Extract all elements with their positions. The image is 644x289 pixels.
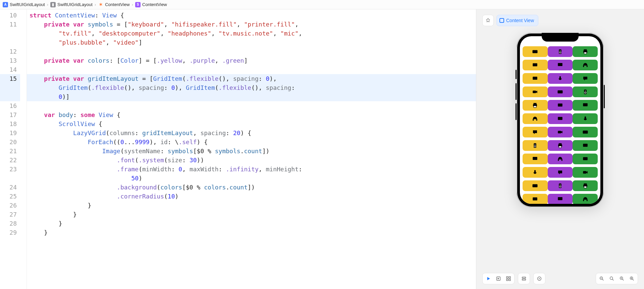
breadcrumb-group[interactable]: ▮ SwiftUIGridLayout <box>50 2 93 7</box>
line-number[interactable]: 26 <box>0 201 20 210</box>
zoom-out-button[interactable] <box>599 276 605 282</box>
line-number[interactable] <box>0 38 20 47</box>
line-number[interactable]: 21 <box>0 147 20 156</box>
code-line[interactable]: .cornerRadius(10) <box>27 192 476 201</box>
source-editor[interactable]: 1011 12131415 1617181920212223 242526272… <box>0 9 476 289</box>
grid-cell[interactable] <box>523 60 548 70</box>
code-line[interactable]: } <box>27 210 476 219</box>
variants-button[interactable] <box>505 276 512 282</box>
grid-cell[interactable] <box>523 73 548 84</box>
live-preview-button[interactable] <box>485 276 491 282</box>
line-number[interactable] <box>0 174 20 183</box>
grid-cell[interactable] <box>573 113 598 124</box>
pin-preview-button[interactable] <box>482 15 494 26</box>
code-line[interactable]: GridItem(.flexible(), spacing: 0), GridI… <box>27 83 476 92</box>
grid-cell[interactable] <box>523 127 548 137</box>
code-line[interactable]: } <box>27 228 476 237</box>
grid-cell[interactable] <box>573 60 598 70</box>
code-line[interactable] <box>27 47 476 56</box>
line-number[interactable]: 11 <box>0 20 20 29</box>
zoom-in-button[interactable] <box>629 276 635 282</box>
preview-scrollview[interactable] <box>520 46 600 204</box>
grid-cell[interactable] <box>523 154 548 164</box>
grid-cell[interactable] <box>573 46 598 57</box>
breadcrumb-symbol[interactable]: S ContentView <box>135 2 167 7</box>
line-number[interactable]: 24 <box>0 183 20 192</box>
grid-cell[interactable] <box>523 113 548 124</box>
code-line[interactable]: } <box>27 219 476 228</box>
preview-options-button[interactable] <box>536 276 542 282</box>
grid-cell[interactable] <box>548 127 573 137</box>
code-line[interactable]: } <box>27 201 476 210</box>
code-line[interactable]: 50) <box>27 174 476 183</box>
grid-cell[interactable] <box>573 140 598 151</box>
code-line[interactable] <box>27 65 476 74</box>
grid-cell[interactable] <box>573 127 598 137</box>
code-line[interactable]: private var colors: [Color] = [.yellow, … <box>27 56 476 65</box>
code-line[interactable]: .frame(minWidth: 0, maxWidth: .infinity,… <box>27 165 476 174</box>
breadcrumb-file[interactable]: ✶ ContentView <box>98 2 129 7</box>
grid-cell[interactable] <box>548 140 573 151</box>
grid-cell[interactable] <box>548 194 573 204</box>
grid-cell[interactable] <box>548 180 573 191</box>
grid-cell[interactable] <box>548 60 573 70</box>
line-number[interactable]: 12 <box>0 47 20 56</box>
line-number[interactable]: 10 <box>0 11 20 20</box>
grid-cell[interactable] <box>573 73 598 84</box>
code-line[interactable]: "tv.fill", "desktopcomputer", "headphone… <box>27 29 476 38</box>
grid-cell[interactable] <box>573 180 598 191</box>
line-number[interactable]: 20 <box>0 137 20 147</box>
grid-cell[interactable] <box>523 167 548 178</box>
grid-cell[interactable] <box>523 180 548 191</box>
line-number[interactable]: 25 <box>0 192 20 201</box>
code-line[interactable]: ForEach((0...9999), id: \.self) { <box>27 137 476 147</box>
grid-cell[interactable] <box>548 154 573 164</box>
line-number[interactable]: 13 <box>0 56 20 65</box>
grid-cell[interactable] <box>548 73 573 84</box>
grid-cell[interactable] <box>573 154 598 164</box>
line-number[interactable]: 28 <box>0 219 20 228</box>
code-line[interactable]: LazyVGrid(columns: gridItemLayout, spaci… <box>27 128 476 137</box>
line-number[interactable]: 19 <box>0 128 20 137</box>
code-line[interactable]: .font(.system(size: 30)) <box>27 156 476 165</box>
line-number[interactable] <box>0 92 20 101</box>
preview-selector-button[interactable]: Content View <box>496 15 538 26</box>
fold-ribbon[interactable] <box>20 9 27 289</box>
device-screen[interactable] <box>520 36 600 204</box>
grid-cell[interactable] <box>523 140 548 151</box>
code-line[interactable]: .background(colors[$0 % colors.count]) <box>27 183 476 192</box>
code-line[interactable]: struct ContentView: View { <box>27 11 476 20</box>
line-number[interactable]: 18 <box>0 119 20 128</box>
grid-cell[interactable] <box>523 100 548 111</box>
grid-cell[interactable] <box>523 194 548 204</box>
line-number[interactable]: 14 <box>0 65 20 74</box>
line-number[interactable]: 23 <box>0 165 20 174</box>
line-number[interactable]: 16 <box>0 101 20 110</box>
grid-cell[interactable] <box>523 86 548 97</box>
line-number[interactable]: 29 <box>0 228 20 237</box>
grid-cell[interactable] <box>548 100 573 111</box>
grid-cell[interactable] <box>573 194 598 204</box>
zoom-actual-button[interactable] <box>619 276 625 282</box>
code-line[interactable]: Image(systemName: symbols[$0 % symbols.c… <box>27 147 476 156</box>
breadcrumb-project[interactable]: A SwiftUIGridLayout <box>3 2 45 7</box>
code-line[interactable] <box>27 101 476 110</box>
grid-cell[interactable] <box>548 167 573 178</box>
code-line[interactable]: 0)] <box>27 92 476 101</box>
selectable-preview-button[interactable] <box>495 276 501 282</box>
line-number[interactable]: 17 <box>0 110 20 119</box>
line-number[interactable]: 27 <box>0 210 20 219</box>
code-line[interactable]: "plus.bubble", "video"] <box>27 38 476 47</box>
grid-cell[interactable] <box>573 167 598 178</box>
code-line[interactable]: private var gridItemLayout = [GridItem(.… <box>27 74 476 83</box>
code-line[interactable]: private var symbols = ["keyboard", "hifi… <box>27 20 476 29</box>
grid-cell[interactable] <box>548 113 573 124</box>
line-number[interactable]: 22 <box>0 156 20 165</box>
grid-cell[interactable] <box>548 86 573 97</box>
code-line[interactable]: var body: some View { <box>27 110 476 119</box>
grid-cell[interactable] <box>548 46 573 57</box>
device-settings-button[interactable] <box>521 276 527 282</box>
grid-cell[interactable] <box>523 46 548 57</box>
grid-cell[interactable] <box>573 100 598 111</box>
grid-cell[interactable] <box>573 86 598 97</box>
